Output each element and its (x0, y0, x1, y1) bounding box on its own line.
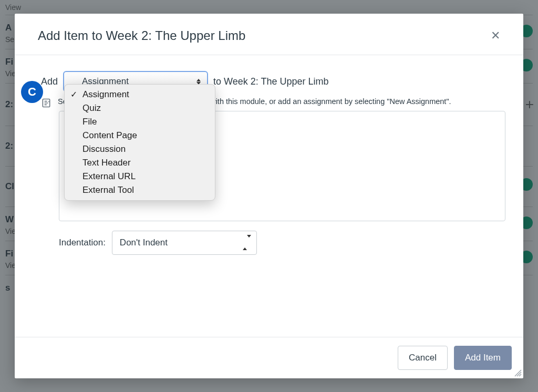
type-option-file[interactable]: File (65, 115, 215, 129)
modal-header: Add Item to Week 2: The Upper Limb ✕ (15, 14, 523, 55)
indentation-label: Indentation: (59, 238, 106, 248)
type-option-discussion[interactable]: Discussion (65, 142, 215, 156)
type-option-external-tool[interactable]: External Tool (65, 183, 215, 197)
modal-title: Add Item to Week 2: The Upper Limb (38, 28, 245, 43)
document-icon (41, 97, 49, 107)
annotation-badge: C (21, 81, 43, 103)
indentation-row: Indentation: Don't Indent (59, 231, 500, 255)
type-select-menu[interactable]: Assignment Quiz File Content Page Discus… (64, 84, 215, 201)
add-suffix-label: to Week 2: The Upper Limb (213, 76, 328, 87)
type-option-content-page[interactable]: Content Page (65, 129, 215, 142)
type-option-assignment[interactable]: Assignment (65, 88, 215, 101)
cancel-button[interactable]: Cancel (398, 346, 448, 370)
indentation-select[interactable]: Don't Indent (112, 231, 257, 255)
type-option-quiz[interactable]: Quiz (65, 101, 215, 115)
type-option-external-url[interactable]: External URL (65, 170, 215, 183)
add-item-button[interactable]: Add Item (454, 346, 512, 370)
add-prefix-label: Add (41, 76, 58, 87)
type-option-text-header[interactable]: Text Header (65, 156, 215, 170)
resize-grip-icon (514, 369, 522, 377)
indentation-select-value: Don't Indent (120, 238, 168, 248)
close-button[interactable]: ✕ (491, 29, 500, 43)
chevron-updown-icon (243, 238, 251, 248)
modal-footer: Cancel Add Item (15, 337, 523, 378)
